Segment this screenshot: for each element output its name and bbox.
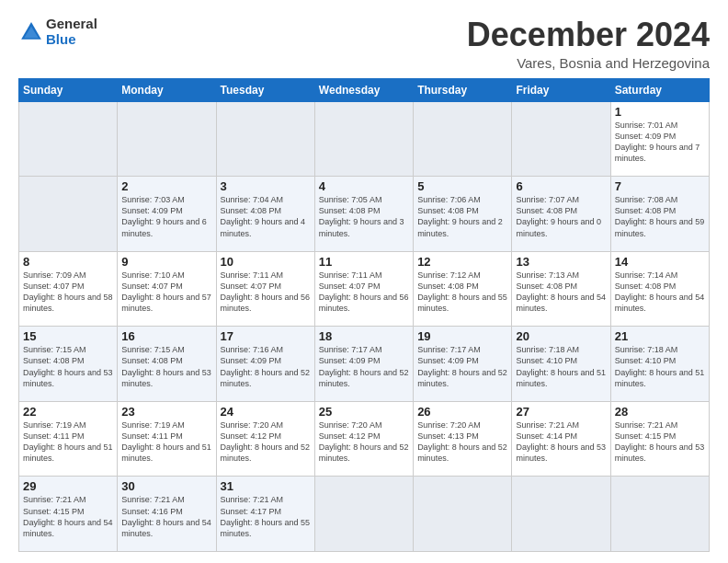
calendar-day: 11Sunrise: 7:11 AMSunset: 4:07 PMDayligh…	[314, 251, 413, 327]
day-number: 5	[417, 179, 507, 193]
day-info: Sunrise: 7:20 AMSunset: 4:12 PMDaylight:…	[221, 420, 311, 463]
day-info: Sunrise: 7:16 AMSunset: 4:09 PMDaylight:…	[221, 345, 311, 387]
calendar-table: SundayMondayTuesdayWednesdayThursdayFrid…	[18, 78, 710, 552]
day-number: 29	[23, 479, 113, 493]
calendar-day: 15Sunrise: 7:15 AMSunset: 4:08 PMDayligh…	[19, 327, 118, 402]
day-info: Sunrise: 7:10 AMSunset: 4:07 PMDaylight:…	[121, 270, 211, 313]
day-number: 10	[221, 255, 311, 269]
day-number: 3	[221, 179, 311, 193]
calendar-day: 29Sunrise: 7:21 AMSunset: 4:15 PMDayligh…	[19, 477, 118, 552]
empty-cell	[512, 477, 610, 552]
calendar-day: 22Sunrise: 7:19 AMSunset: 4:11 PMDayligh…	[19, 401, 118, 477]
day-info: Sunrise: 7:18 AMSunset: 4:10 PMDaylight:…	[516, 345, 606, 387]
empty-cell	[610, 477, 709, 552]
calendar-day: 13Sunrise: 7:13 AMSunset: 4:08 PMDayligh…	[512, 251, 610, 327]
day-number: 2	[121, 179, 211, 193]
day-info: Sunrise: 7:21 AMSunset: 4:17 PMDaylight:…	[221, 495, 311, 537]
day-number: 1	[615, 105, 705, 119]
weekday-header: Sunday	[19, 78, 118, 101]
day-info: Sunrise: 7:17 AMSunset: 4:09 PMDaylight:…	[319, 345, 409, 387]
day-info: Sunrise: 7:09 AMSunset: 4:07 PMDaylight:…	[23, 270, 113, 313]
day-number: 31	[221, 479, 311, 493]
weekday-header: Thursday	[414, 78, 512, 101]
calendar-day: 24Sunrise: 7:20 AMSunset: 4:12 PMDayligh…	[216, 401, 314, 477]
day-number: 21	[615, 329, 705, 343]
day-info: Sunrise: 7:01 AMSunset: 4:09 PMDaylight:…	[615, 121, 700, 163]
day-number: 18	[319, 329, 409, 343]
day-info: Sunrise: 7:04 AMSunset: 4:08 PMDaylight:…	[221, 195, 306, 237]
empty-cell	[118, 101, 216, 177]
day-number: 20	[516, 329, 606, 343]
logo: General Blue	[18, 17, 97, 47]
day-info: Sunrise: 7:18 AMSunset: 4:10 PMDaylight:…	[615, 345, 705, 387]
empty-cell	[512, 101, 610, 177]
weekday-header: Friday	[512, 78, 610, 101]
calendar-day: 2Sunrise: 7:03 AMSunset: 4:09 PMDaylight…	[118, 177, 216, 252]
day-info: Sunrise: 7:21 AMSunset: 4:16 PMDaylight:…	[121, 495, 211, 537]
day-info: Sunrise: 7:20 AMSunset: 4:13 PMDaylight:…	[417, 420, 507, 463]
weekday-header: Saturday	[610, 78, 709, 101]
day-number: 25	[319, 405, 409, 419]
logo-general-text: General	[46, 17, 97, 32]
day-info: Sunrise: 7:13 AMSunset: 4:08 PMDaylight:…	[516, 270, 606, 313]
day-number: 4	[319, 179, 409, 193]
day-info: Sunrise: 7:11 AMSunset: 4:07 PMDaylight:…	[221, 270, 311, 313]
day-info: Sunrise: 7:21 AMSunset: 4:14 PMDaylight:…	[516, 420, 606, 463]
day-info: Sunrise: 7:15 AMSunset: 4:08 PMDaylight:…	[121, 345, 211, 387]
location: Vares, Bosnia and Herzegovina	[467, 55, 710, 71]
day-number: 14	[615, 255, 705, 269]
calendar-day: 26Sunrise: 7:20 AMSunset: 4:13 PMDayligh…	[414, 401, 512, 477]
empty-cell	[19, 177, 118, 252]
day-info: Sunrise: 7:21 AMSunset: 4:15 PMDaylight:…	[615, 420, 705, 463]
day-number: 24	[221, 405, 311, 419]
day-info: Sunrise: 7:21 AMSunset: 4:15 PMDaylight:…	[23, 495, 113, 537]
calendar-day: 5Sunrise: 7:06 AMSunset: 4:08 PMDaylight…	[414, 177, 512, 252]
day-info: Sunrise: 7:07 AMSunset: 4:08 PMDaylight:…	[516, 195, 601, 237]
calendar-day: 4Sunrise: 7:05 AMSunset: 4:08 PMDaylight…	[314, 177, 413, 252]
weekday-header: Tuesday	[216, 78, 314, 101]
calendar-day: 17Sunrise: 7:16 AMSunset: 4:09 PMDayligh…	[216, 327, 314, 402]
day-info: Sunrise: 7:11 AMSunset: 4:07 PMDaylight:…	[319, 270, 409, 313]
empty-cell	[216, 101, 314, 177]
day-info: Sunrise: 7:17 AMSunset: 4:09 PMDaylight:…	[417, 345, 507, 387]
day-number: 19	[417, 329, 507, 343]
day-number: 15	[23, 329, 113, 343]
calendar-day: 9Sunrise: 7:10 AMSunset: 4:07 PMDaylight…	[118, 251, 216, 327]
empty-cell	[19, 101, 118, 177]
day-number: 23	[121, 405, 211, 419]
calendar-day: 30Sunrise: 7:21 AMSunset: 4:16 PMDayligh…	[118, 477, 216, 552]
header: General Blue December 2024 Vares, Bosnia…	[18, 17, 710, 71]
day-info: Sunrise: 7:20 AMSunset: 4:12 PMDaylight:…	[319, 420, 409, 463]
calendar-day: 12Sunrise: 7:12 AMSunset: 4:08 PMDayligh…	[414, 251, 512, 327]
empty-cell	[314, 477, 413, 552]
day-number: 8	[23, 255, 113, 269]
calendar-day: 25Sunrise: 7:20 AMSunset: 4:12 PMDayligh…	[314, 401, 413, 477]
day-info: Sunrise: 7:03 AMSunset: 4:09 PMDaylight:…	[121, 195, 207, 237]
day-info: Sunrise: 7:06 AMSunset: 4:08 PMDaylight:…	[417, 195, 503, 237]
day-info: Sunrise: 7:05 AMSunset: 4:08 PMDaylight:…	[319, 195, 404, 237]
calendar-day: 27Sunrise: 7:21 AMSunset: 4:14 PMDayligh…	[512, 401, 610, 477]
calendar-day: 3Sunrise: 7:04 AMSunset: 4:08 PMDaylight…	[216, 177, 314, 252]
calendar-day: 18Sunrise: 7:17 AMSunset: 4:09 PMDayligh…	[314, 327, 413, 402]
empty-cell	[414, 477, 512, 552]
month-title: December 2024	[467, 17, 710, 53]
day-number: 27	[516, 405, 606, 419]
day-number: 6	[516, 179, 606, 193]
calendar-day: 20Sunrise: 7:18 AMSunset: 4:10 PMDayligh…	[512, 327, 610, 402]
logo-icon	[18, 19, 44, 45]
day-number: 11	[319, 255, 409, 269]
day-info: Sunrise: 7:19 AMSunset: 4:11 PMDaylight:…	[23, 420, 113, 463]
day-number: 28	[615, 405, 705, 419]
day-number: 9	[121, 255, 211, 269]
weekday-header: Monday	[118, 78, 216, 101]
day-info: Sunrise: 7:12 AMSunset: 4:08 PMDaylight:…	[417, 270, 507, 313]
weekday-header: Wednesday	[314, 78, 413, 101]
calendar-day: 31Sunrise: 7:21 AMSunset: 4:17 PMDayligh…	[216, 477, 314, 552]
calendar-day: 23Sunrise: 7:19 AMSunset: 4:11 PMDayligh…	[118, 401, 216, 477]
day-info: Sunrise: 7:15 AMSunset: 4:08 PMDaylight:…	[23, 345, 113, 387]
day-number: 30	[121, 479, 211, 493]
calendar-header-row: SundayMondayTuesdayWednesdayThursdayFrid…	[19, 78, 710, 101]
calendar-day: 28Sunrise: 7:21 AMSunset: 4:15 PMDayligh…	[610, 401, 709, 477]
calendar-day: 19Sunrise: 7:17 AMSunset: 4:09 PMDayligh…	[414, 327, 512, 402]
day-info: Sunrise: 7:14 AMSunset: 4:08 PMDaylight:…	[615, 270, 705, 313]
